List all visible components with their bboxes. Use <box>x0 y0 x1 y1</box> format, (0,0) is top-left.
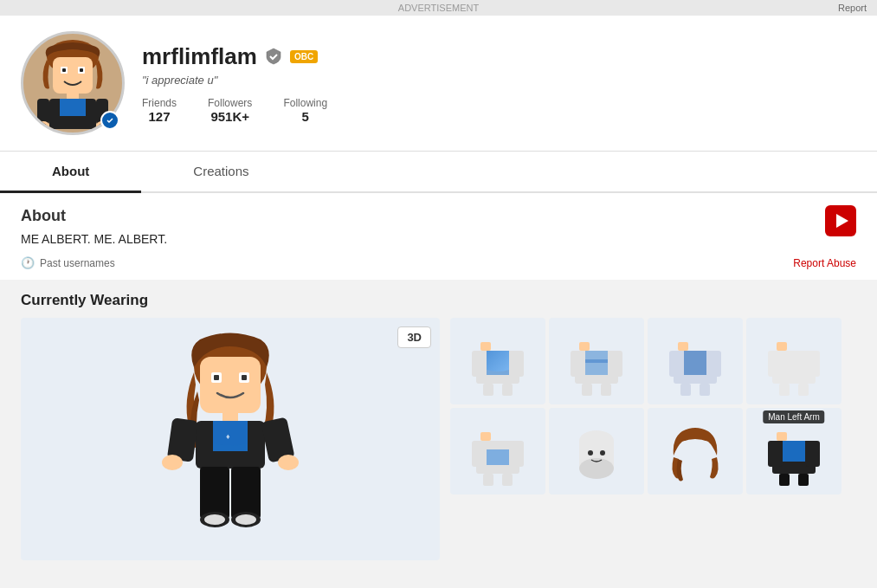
svg-rect-69 <box>483 474 493 486</box>
svg-point-34 <box>204 514 225 525</box>
report-link[interactable]: Report <box>838 3 867 13</box>
svg-rect-9 <box>37 99 49 125</box>
svg-rect-67 <box>472 441 486 467</box>
item-cell-3[interactable] <box>648 318 743 404</box>
svg-point-74 <box>588 450 593 456</box>
svg-point-35 <box>235 514 256 525</box>
tagline: "i appreciate u" <box>142 74 856 87</box>
report-abuse-link[interactable]: Report Abuse <box>793 257 856 269</box>
avatar-wrap <box>21 31 125 135</box>
svg-rect-57 <box>700 384 710 396</box>
friends-label: Friends <box>142 97 177 109</box>
svg-rect-31 <box>231 467 261 519</box>
followers-value: 951K+ <box>208 109 252 124</box>
avatar-image <box>34 38 112 129</box>
svg-rect-66 <box>487 449 509 465</box>
svg-rect-39 <box>472 351 486 377</box>
tab-creations[interactable]: Creations <box>141 152 300 193</box>
username: mrflimflam <box>142 43 257 70</box>
svg-rect-47 <box>609 351 622 377</box>
svg-point-29 <box>278 455 299 470</box>
item-4-tooltip: Man Left Arm <box>763 410 824 423</box>
svg-rect-36 <box>480 342 491 351</box>
friends-value: 127 <box>142 109 177 124</box>
svg-rect-55 <box>707 351 721 377</box>
about-text: ME ALBERT. ME. ALBERT. <box>21 232 856 246</box>
following-label: Following <box>283 97 327 109</box>
ad-label: ADVERTISEMENT <box>398 3 479 13</box>
svg-rect-41 <box>483 384 493 396</box>
svg-rect-40 <box>510 351 524 377</box>
svg-rect-60 <box>768 351 782 377</box>
verified-icon <box>264 47 283 66</box>
friends-stat[interactable]: Friends 127 <box>142 97 177 124</box>
svg-rect-53 <box>684 351 706 375</box>
profile-info: mrflimflam OBC "i appreciate u" Friends … <box>142 43 856 124</box>
wearing-layout: 3D <box>21 318 856 560</box>
svg-rect-80 <box>806 441 820 467</box>
svg-rect-21 <box>242 375 247 380</box>
svg-rect-70 <box>502 474 513 486</box>
item-cell-6[interactable] <box>549 408 644 494</box>
profile-header: mrflimflam OBC "i appreciate u" Friends … <box>0 16 877 152</box>
svg-rect-61 <box>806 351 820 377</box>
svg-rect-79 <box>768 441 782 467</box>
svg-rect-62 <box>779 384 790 396</box>
character-full-svg: ♦ <box>135 322 326 556</box>
past-usernames-row[interactable]: 🕐 Past usernames <box>21 256 856 269</box>
tab-about[interactable]: About <box>0 152 141 193</box>
svg-rect-63 <box>798 384 809 396</box>
about-section: About ME ALBERT. ME. ALBERT. 🕐 Past user… <box>0 193 877 280</box>
ad-bar: ADVERTISEMENT Report <box>0 0 877 16</box>
svg-rect-54 <box>669 351 683 377</box>
item-cell-4[interactable]: Man Left Arm <box>746 318 842 404</box>
followers-stat[interactable]: Followers 951K+ <box>208 97 252 124</box>
svg-rect-46 <box>571 351 584 377</box>
svg-rect-82 <box>798 474 809 486</box>
tabs-bar: About Creations <box>0 152 877 193</box>
svg-rect-56 <box>680 384 691 396</box>
currently-wearing-section: Currently Wearing 3D <box>0 280 877 560</box>
username-row: mrflimflam OBC <box>142 43 856 70</box>
svg-rect-17 <box>200 357 261 413</box>
following-stat[interactable]: Following 5 <box>283 97 327 124</box>
item-cell-2[interactable] <box>549 318 644 404</box>
svg-point-75 <box>600 450 605 456</box>
item-cell-1[interactable] <box>450 318 545 404</box>
clock-icon: 🕐 <box>21 256 35 269</box>
svg-rect-81 <box>779 474 790 486</box>
following-value: 5 <box>283 109 327 124</box>
svg-rect-64 <box>480 432 491 441</box>
svg-text:♦: ♦ <box>226 432 230 441</box>
followers-label: Followers <box>208 97 252 109</box>
currently-wearing-title: Currently Wearing <box>21 292 856 309</box>
svg-point-27 <box>162 455 183 470</box>
item-cell-7[interactable] <box>648 408 743 494</box>
svg-rect-6 <box>67 93 79 100</box>
stats-row: Friends 127 Followers 951K+ Following 5 <box>142 97 856 124</box>
character-preview: 3D <box>21 318 440 560</box>
svg-rect-30 <box>200 467 229 519</box>
svg-rect-78 <box>783 441 805 462</box>
3d-button[interactable]: 3D <box>397 326 431 348</box>
svg-rect-50 <box>585 359 608 363</box>
svg-rect-5 <box>80 68 83 72</box>
svg-rect-20 <box>214 375 219 380</box>
items-grid: Man Left Arm <box>450 318 856 560</box>
svg-rect-4 <box>62 68 66 72</box>
svg-rect-49 <box>601 384 611 396</box>
svg-rect-68 <box>510 441 524 467</box>
svg-rect-51 <box>678 342 688 351</box>
about-heading: About <box>21 207 856 225</box>
svg-rect-43 <box>579 342 590 351</box>
youtube-button[interactable] <box>825 205 856 236</box>
svg-rect-1 <box>53 57 93 94</box>
item-cell-5[interactable] <box>450 408 545 494</box>
svg-rect-58 <box>777 342 787 351</box>
online-badge <box>100 111 119 130</box>
past-usernames-label: Past usernames <box>40 257 115 269</box>
svg-rect-42 <box>502 384 513 396</box>
obc-badge: OBC <box>290 50 318 63</box>
svg-rect-48 <box>582 384 592 396</box>
youtube-play-icon <box>836 214 848 228</box>
